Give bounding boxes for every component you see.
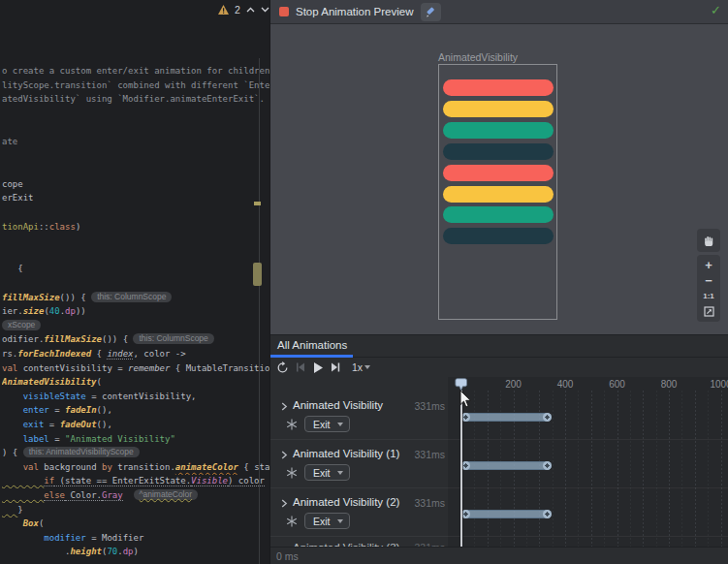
timeline-row-header[interactable]: Animated Visibility (2) 331ms [270, 493, 448, 513]
state-dropdown-value: Exit [313, 516, 331, 527]
animation-duration: 331ms [406, 400, 445, 412]
next-warning-icon[interactable] [261, 7, 269, 13]
code-line: { [2, 262, 269, 276]
timeline-tabbar: All Animations [270, 335, 728, 358]
preview-bar [443, 79, 554, 96]
grid-line [591, 391, 592, 547]
code-line: AnimatedVisibility( [2, 375, 269, 390]
inlay-hint-chip: this: ColumnScope [133, 333, 213, 344]
inspection-widget[interactable]: 2 [218, 4, 269, 16]
code-line [2, 248, 269, 263]
zoom-out-button[interactable]: − [705, 273, 712, 288]
preview-bar [443, 206, 554, 223]
hand-icon [703, 235, 715, 247]
grid-line [617, 391, 618, 547]
preview-bar [443, 143, 554, 160]
preview-bar [443, 228, 554, 244]
grid-line [656, 391, 657, 547]
device-preview-frame[interactable]: ♥ [438, 64, 557, 320]
chevron-right-icon[interactable] [281, 402, 288, 411]
code-line: rs.forEachIndexed { index, color -> [2, 347, 269, 361]
animation-track-bar[interactable] [461, 413, 552, 422]
timeline-row-controls: Exit [270, 416, 448, 433]
state-dropdown[interactable]: Exit [304, 416, 350, 432]
row-separator [270, 487, 728, 488]
chevron-right-icon[interactable] [281, 451, 288, 459]
code-line [2, 120, 269, 135]
code-line: Box( [2, 517, 269, 531]
animation-track-bar[interactable] [461, 510, 552, 518]
zoom-actual-size-button[interactable]: 1:1 [703, 289, 714, 303]
animations-timeline-panel: All Animations [270, 334, 728, 564]
timeline-row-controls: Exit [270, 464, 448, 482]
build-success-check-icon: ✓ [711, 3, 721, 17]
playback-speed-dropdown[interactable]: 1x [352, 361, 370, 373]
mouse-cursor [459, 391, 473, 409]
playback-toolbar: 1x [270, 358, 728, 377]
prev-warning-icon[interactable] [246, 7, 255, 13]
play-button[interactable] [311, 361, 324, 374]
freeze-snowflake-icon[interactable] [286, 419, 298, 430]
state-dropdown[interactable]: Exit [304, 464, 350, 481]
code-line: xScope [2, 319, 269, 333]
stop-icon[interactable] [279, 7, 289, 16]
timeline-row-controls: Exit [270, 513, 448, 530]
inlay-hint-chip: this: AnimatedVisibilityScope [23, 447, 140, 457]
track-end-dot[interactable] [543, 413, 552, 422]
zoom-fit-icon [704, 306, 714, 317]
code-editor[interactable]: o create a custom enter/exit animation f… [0, 0, 269, 564]
playhead-line[interactable] [460, 391, 462, 547]
tab-all-animations[interactable]: All Animations [277, 339, 347, 351]
inlay-hint-chip: ^animateColor [134, 489, 199, 500]
code-line: exit = fadeOut(), [2, 418, 269, 432]
track-end-dot[interactable] [543, 510, 552, 518]
row-separator [270, 536, 728, 537]
pan-tool-button[interactable] [697, 229, 720, 252]
code-line: fillMaxSize()) { this: ColumnScope [2, 291, 269, 305]
state-dropdown[interactable]: Exit [304, 513, 350, 529]
editor-scrollbar-thumb[interactable] [253, 263, 262, 286]
code-line: ate [2, 135, 269, 149]
code-line: .height(70.dp) [2, 545, 269, 559]
track-start-dot[interactable] [461, 510, 470, 518]
code-line [2, 234, 269, 248]
chevron-down-icon [364, 365, 370, 369]
grid-line [630, 391, 631, 547]
warning-stripe-mark[interactable] [254, 202, 261, 205]
chevron-down-icon [337, 519, 343, 523]
pen-icon [425, 6, 437, 18]
replay-icon [276, 361, 289, 374]
grid-line [681, 391, 682, 547]
freeze-snowflake-icon[interactable] [286, 516, 298, 527]
track-start-dot[interactable] [461, 461, 470, 470]
code-line: label = "Animated Visibility" [2, 432, 269, 447]
animation-preview-window: o create a custom enter/exit animation f… [0, 0, 728, 564]
pick-animation-button[interactable] [421, 3, 441, 21]
stop-animation-preview-label[interactable]: Stop Animation Preview [296, 6, 413, 17]
skip-to-start-icon [295, 361, 306, 373]
replay-button[interactable] [276, 361, 289, 374]
editor-scrollbar-track[interactable] [259, 58, 260, 564]
skip-to-end-button[interactable] [329, 361, 341, 374]
ruler-tick-label: 1000 [710, 379, 728, 390]
track-start-dot[interactable] [461, 413, 470, 422]
code-line: val contentVisibility = remember { Mutab… [2, 361, 269, 376]
animation-duration: 331ms [406, 449, 445, 460]
speed-value: 1x [352, 361, 363, 373]
inlay-hint-chip: this: ColumnScope [91, 292, 172, 302]
timeline-row-header[interactable]: Animated Visibility 331ms [270, 396, 448, 416]
preview-toolbar: Stop Animation Preview ✓ [270, 0, 728, 24]
timeline-row-header[interactable]: Animated Visibility (1) 331ms [270, 445, 448, 464]
freeze-snowflake-icon[interactable] [286, 467, 298, 479]
grid-line [578, 391, 579, 547]
playhead-pin[interactable] [455, 378, 467, 392]
animation-track-bar[interactable] [461, 461, 552, 470]
grid-line [721, 391, 722, 547]
zoom-in-button[interactable]: + [705, 258, 712, 272]
ruler-tick-label: 400 [557, 379, 574, 390]
chevron-right-icon[interactable] [281, 499, 288, 508]
track-end-dot[interactable] [543, 461, 552, 470]
ruler-tick-label: 200 [505, 379, 522, 390]
zoom-to-fit-button[interactable] [704, 304, 714, 319]
skip-to-start-button[interactable] [294, 361, 306, 374]
